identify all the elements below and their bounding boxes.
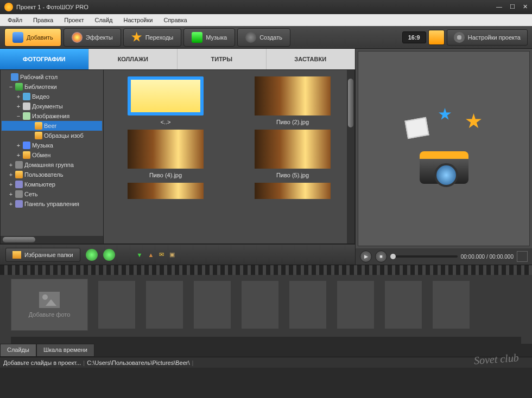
thumb-file-2[interactable]: Пиво (2).jpg [237, 76, 348, 125]
thumb-up[interactable]: <..> [110, 76, 221, 125]
empty-slot[interactable] [98, 280, 136, 329]
star-icon [131, 32, 142, 43]
tree-libraries[interactable]: −Библиотеки [2, 82, 102, 92]
tab-timescale[interactable]: Шкала времени [36, 344, 94, 357]
empty-slot[interactable] [384, 280, 422, 329]
thumb-file-4[interactable]: Пиво (4).jpg [110, 130, 221, 178]
content-tabs: ФОТОГРАФИИ КОЛЛАЖИ ТИТРЫ ЗАСТАВКИ [0, 49, 355, 69]
tree-video[interactable]: +Видео [2, 92, 102, 101]
window-title: Проект 1 - ФотоШОУ PRO [16, 4, 88, 10]
empty-slot[interactable] [241, 280, 279, 329]
aspect-ratio[interactable]: 16:9 [402, 31, 426, 43]
thumb-file-more2[interactable] [237, 183, 348, 199]
tab-titles[interactable]: ТИТРЫ [178, 49, 267, 69]
project-settings-button[interactable]: Настройки проекта [447, 29, 528, 46]
play-button[interactable]: ▶ [360, 251, 372, 262]
player-bar: ▶ ■ 00:00.000 / 00:00.000 [356, 248, 532, 265]
main-toolbar: Добавить Эффекты Переходы Музыка Создать… [0, 26, 532, 49]
folder-tree: Рабочий стол −Библиотеки +Видео +Докумен… [1, 70, 104, 243]
empty-slot[interactable] [337, 280, 375, 329]
tab-slides[interactable]: Слайды [0, 344, 36, 357]
empty-slot[interactable] [145, 280, 183, 329]
mail-icon[interactable]: ✉ [159, 251, 164, 258]
tree-desktop[interactable]: Рабочий стол [2, 72, 102, 82]
tree-exchange[interactable]: +Обмен [2, 150, 102, 160]
empty-slot[interactable] [432, 280, 470, 329]
preview-panel [358, 51, 530, 246]
status-path: C:\Users\Пользователь\Pictures\Beer\ [87, 360, 189, 366]
video-icon [23, 93, 30, 100]
folder-icon [12, 251, 21, 259]
fullscreen-button[interactable] [517, 251, 528, 262]
filmstrip-decoration [0, 265, 532, 275]
preview-mode-button[interactable] [428, 30, 445, 45]
desktop-icon [11, 73, 18, 81]
seek-slider[interactable] [390, 255, 458, 258]
gear-icon [454, 32, 465, 43]
menu-slide[interactable]: Слайд [90, 16, 117, 24]
tab-intros[interactable]: ЗАСТАВКИ [267, 49, 356, 69]
tree-music[interactable]: +Музыка [2, 140, 102, 150]
tree-homegroup[interactable]: +Домашняя группа [2, 160, 102, 170]
effects-button[interactable]: Эффекты [64, 28, 121, 47]
nav-forward-icon[interactable] [103, 249, 115, 261]
transitions-button[interactable]: Переходы [123, 28, 182, 47]
empty-slot[interactable] [193, 280, 231, 329]
user-icon [15, 171, 23, 178]
arrow-up-icon[interactable]: ▲ [148, 252, 154, 258]
nav-back-icon[interactable] [86, 249, 98, 261]
arrow-down-icon[interactable]: ▼ [137, 252, 143, 258]
library-icon [15, 83, 23, 91]
thumb-file-more1[interactable] [110, 183, 221, 199]
menu-help[interactable]: Справка [159, 16, 191, 24]
reel-icon [245, 32, 256, 43]
add-photo-placeholder[interactable]: Добавьте фото [11, 279, 88, 331]
tree-images[interactable]: −Изображения [2, 111, 102, 121]
timeline-panel: Добавьте фото Слайды Шкала времени [0, 265, 532, 357]
close-icon[interactable]: ✕ [523, 3, 528, 10]
stop-button[interactable]: ■ [375, 251, 387, 262]
menu-file[interactable]: Файл [3, 16, 27, 24]
tree-samples[interactable]: Образцы изоб [2, 131, 102, 140]
homegroup-icon [15, 161, 23, 169]
open-folder-icon[interactable]: ▣ [169, 251, 175, 258]
maximize-icon[interactable]: ☐ [510, 3, 515, 10]
tab-collages[interactable]: КОЛЛАЖИ [89, 49, 178, 69]
status-hint: Добавьте слайды в проект... [3, 360, 81, 366]
tree-documents[interactable]: +Документы [2, 101, 102, 111]
add-button[interactable]: Добавить [4, 28, 61, 47]
minimize-icon[interactable]: — [496, 3, 502, 10]
music-button[interactable]: Музыка [183, 28, 235, 47]
titlebar: Проект 1 - ФотоШОУ PRO — ☐ ✕ [0, 0, 532, 14]
menu-project[interactable]: Проект [60, 16, 88, 24]
tree-network[interactable]: +Сеть [2, 189, 102, 199]
tree-hscrollbar[interactable] [1, 236, 103, 243]
thumbs-vscrollbar[interactable] [347, 70, 354, 243]
empty-slot[interactable] [289, 280, 327, 329]
browser-bottombar: Избранные папки ▼ ▲ ✉ ▣ [0, 244, 355, 265]
computer-icon [15, 181, 23, 188]
thumbnail-grid: <..> Пиво (2).jpg Пиво (4).jpg Пиво (5).… [104, 70, 354, 243]
menu-edit[interactable]: Правка [29, 16, 58, 24]
menu-settings[interactable]: Настройки [119, 16, 157, 24]
thumb-file-5[interactable]: Пиво (5).jpg [237, 130, 348, 178]
document-icon [23, 102, 30, 110]
timeline-hscrollbar[interactable] [11, 337, 521, 344]
statusbar: Добавьте слайды в проект... | C:\Users\П… [0, 357, 532, 368]
camera-icon [12, 32, 23, 43]
images-icon [23, 112, 30, 120]
tree-computer[interactable]: +Компьютер [2, 179, 102, 189]
palette-icon [72, 32, 83, 43]
app-logo-icon [4, 3, 13, 11]
favorites-button[interactable]: Избранные папки [5, 248, 80, 262]
tree-control[interactable]: +Панель управления [2, 199, 102, 209]
tree-user[interactable]: +Пользователь [2, 170, 102, 179]
tree-beer[interactable]: Beer [2, 121, 102, 131]
create-button[interactable]: Создать [237, 28, 290, 47]
music-icon [192, 32, 202, 43]
time-display: 00:00.000 / 00:00.000 [461, 254, 514, 260]
folder-icon [35, 132, 42, 139]
folder-icon [23, 151, 30, 159]
music-folder-icon [23, 142, 30, 149]
tab-photos[interactable]: ФОТОГРАФИИ [0, 49, 89, 69]
